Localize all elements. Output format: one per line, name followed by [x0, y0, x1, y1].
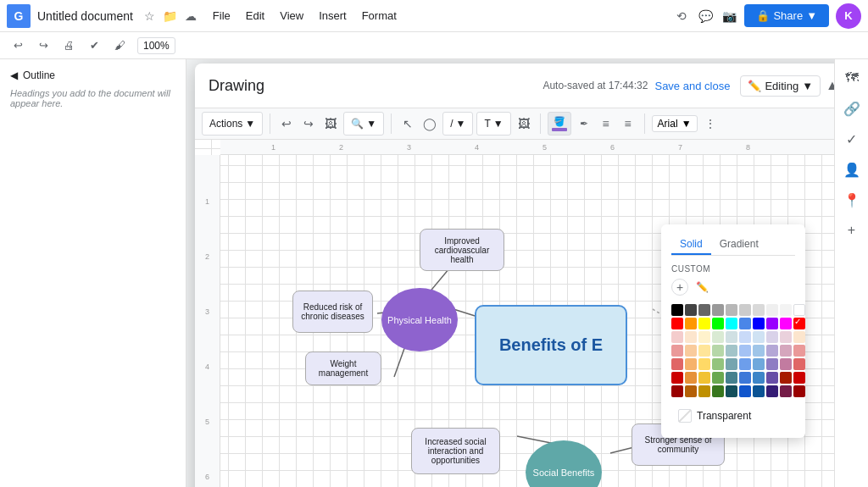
modal-chevron-up[interactable]: ▲ — [821, 74, 834, 97]
shapes-icon[interactable]: ◯ — [420, 114, 439, 133]
editing-button[interactable]: ✏️ Editing ▼ — [740, 75, 821, 97]
share-button[interactable]: 🔒 Share ▼ — [744, 4, 829, 27]
color-swatch[interactable] — [780, 372, 792, 384]
redo-icon[interactable]: ↪ — [32, 35, 54, 57]
align-right-icon[interactable]: ≡ — [619, 114, 637, 133]
color-swatch[interactable] — [671, 358, 683, 370]
color-swatch[interactable] — [698, 385, 710, 397]
color-swatch[interactable] — [739, 304, 751, 316]
menu-view[interactable]: View — [273, 6, 310, 25]
border-color-icon[interactable]: ✒ — [575, 114, 593, 133]
color-swatch[interactable] — [739, 385, 751, 397]
menu-insert[interactable]: Insert — [312, 6, 353, 25]
color-swatch[interactable] — [698, 304, 710, 316]
color-swatch[interactable] — [793, 385, 805, 397]
color-swatch[interactable] — [712, 318, 724, 329]
color-swatch[interactable] — [793, 345, 805, 357]
color-swatch[interactable] — [712, 385, 724, 397]
node-reduced-risk[interactable]: Reduced risk of chronic diseases — [292, 291, 373, 333]
color-swatch[interactable] — [793, 318, 805, 329]
undo-icon[interactable]: ↩ — [7, 35, 29, 57]
spellcheck-icon[interactable]: ✔ — [83, 35, 105, 57]
color-swatch[interactable] — [726, 345, 737, 357]
color-swatch[interactable] — [698, 372, 710, 384]
fill-color-button[interactable]: 🪣 — [548, 112, 571, 136]
color-swatch[interactable] — [766, 331, 778, 343]
node-weight-management[interactable]: Weight management — [305, 351, 381, 385]
color-swatch[interactable] — [753, 385, 765, 397]
align-left-icon[interactable]: ≡ — [597, 114, 615, 133]
history-icon[interactable]: ⟲ — [673, 8, 690, 25]
camera-icon[interactable]: 📷 — [721, 8, 737, 25]
color-swatch[interactable] — [753, 358, 765, 370]
color-swatch[interactable] — [739, 358, 751, 370]
color-swatch[interactable] — [685, 358, 697, 370]
color-swatch[interactable] — [685, 318, 697, 329]
color-swatch[interactable] — [671, 345, 683, 357]
color-swatch[interactable] — [753, 345, 765, 357]
color-swatch[interactable] — [726, 358, 737, 370]
print-icon[interactable]: 🖨 — [58, 35, 80, 57]
color-swatch[interactable] — [685, 304, 697, 316]
color-swatch[interactable] — [698, 358, 710, 370]
node-increased-social[interactable]: Increased social interaction and opportu… — [411, 428, 500, 474]
color-swatch[interactable] — [685, 385, 697, 397]
color-swatch[interactable] — [753, 372, 765, 384]
node-improved-cardio[interactable]: Improved cardiovascular health — [420, 229, 504, 271]
avatar[interactable]: K — [836, 3, 861, 29]
color-swatch[interactable] — [780, 345, 792, 357]
node-physical-health[interactable]: Physical Health — [381, 288, 458, 351]
color-swatch[interactable] — [726, 331, 737, 343]
color-swatch[interactable] — [739, 345, 751, 357]
pointer-icon[interactable]: ↖ — [398, 114, 417, 133]
chat-icon[interactable]: 💬 — [697, 8, 714, 25]
color-swatch[interactable] — [726, 318, 737, 329]
color-swatch[interactable] — [753, 331, 765, 343]
redo-draw-icon[interactable]: ↪ — [299, 114, 318, 133]
color-swatch[interactable] — [712, 358, 724, 370]
paintformat-icon[interactable]: 🖌 — [108, 35, 131, 57]
color-swatch[interactable] — [712, 345, 724, 357]
color-swatch[interactable] — [766, 372, 778, 384]
color-swatch[interactable] — [739, 318, 751, 329]
tab-gradient[interactable]: Gradient — [711, 235, 767, 255]
color-swatch[interactable] — [698, 331, 710, 343]
menu-format[interactable]: Format — [355, 6, 403, 25]
undo-draw-icon[interactable]: ↩ — [277, 114, 296, 133]
color-swatch[interactable] — [780, 318, 792, 329]
more-options-icon[interactable]: ⋮ — [701, 114, 720, 133]
transparent-option[interactable]: Transparent — [671, 404, 795, 428]
color-swatch[interactable] — [793, 372, 805, 384]
color-swatch[interactable] — [698, 345, 710, 357]
color-swatch[interactable] — [712, 372, 724, 384]
color-swatch[interactable] — [766, 385, 778, 397]
color-swatch[interactable] — [766, 345, 778, 357]
color-swatch[interactable] — [793, 304, 805, 316]
color-swatch[interactable] — [766, 318, 778, 329]
color-swatch[interactable] — [698, 318, 710, 329]
color-swatch[interactable] — [685, 345, 697, 357]
color-swatch[interactable] — [753, 304, 765, 316]
image-tool-icon[interactable]: 🖼 — [515, 114, 533, 133]
people-icon[interactable]: 👤 — [840, 158, 864, 181]
menu-edit[interactable]: Edit — [239, 6, 271, 25]
color-swatch[interactable] — [780, 331, 792, 343]
folder-icon[interactable]: 📁 — [162, 8, 179, 25]
color-swatch[interactable] — [671, 372, 683, 384]
color-swatch[interactable] — [780, 385, 792, 397]
menu-file[interactable]: File — [206, 6, 237, 25]
cloud-icon[interactable]: ☁ — [182, 8, 199, 25]
color-swatch[interactable] — [671, 331, 683, 343]
text-tool-button[interactable]: T ▼ — [476, 112, 510, 136]
node-social-benefits[interactable]: Social Benefits — [526, 440, 602, 487]
star-icon[interactable]: ☆ — [142, 8, 159, 25]
map-pin-icon[interactable]: 📍 — [840, 188, 864, 212]
color-swatch[interactable] — [739, 372, 751, 384]
color-swatch[interactable] — [726, 304, 737, 316]
node-benefits-of[interactable]: Benefits of E — [475, 305, 627, 385]
sidebar-header[interactable]: ◀ Outline — [10, 69, 175, 81]
links-icon[interactable]: 🔗 — [840, 97, 864, 120]
drawing-canvas[interactable]: 1 2 3 4 5 6 7 8 1 2 3 4 5 6 — [195, 140, 834, 487]
zoom-draw-button[interactable]: 🔍 ▼ — [343, 112, 384, 136]
color-swatch[interactable] — [793, 358, 805, 370]
